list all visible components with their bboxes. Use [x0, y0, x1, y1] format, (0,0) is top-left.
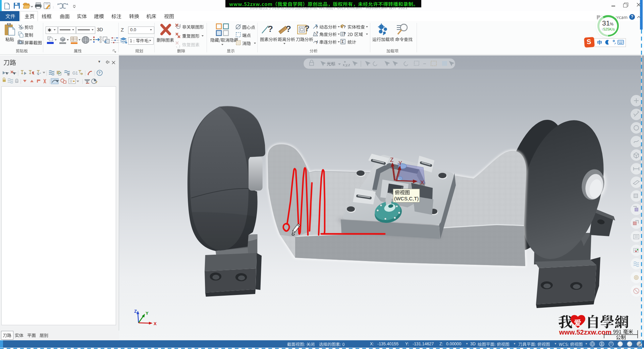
svg-text:Σ: Σ: [342, 40, 344, 44]
svg-text:Z: Z: [390, 157, 393, 163]
svg-text:(WCS,C,T): (WCS,C,T): [394, 196, 419, 201]
svg-text:?: ?: [268, 24, 273, 34]
svg-text:?: ?: [343, 25, 346, 29]
svg-text:X: X: [420, 180, 424, 186]
svg-text:?: ?: [286, 24, 291, 34]
svg-text:+: +: [344, 60, 346, 64]
svg-text:?: ?: [316, 25, 318, 29]
svg-text:Y: Y: [146, 311, 149, 316]
svg-text:Z: Z: [134, 309, 137, 314]
svg-text:?: ?: [98, 71, 101, 75]
svg-text:X: X: [154, 321, 157, 326]
svg-text:?: ?: [305, 24, 310, 33]
svg-text:www.52zxw.com: www.52zxw.com: [559, 329, 611, 336]
svg-text:?: ?: [316, 31, 318, 35]
svg-text:Y: Y: [398, 160, 402, 166]
svg-text:?: ?: [316, 41, 318, 45]
svg-text:G1: G1: [72, 71, 78, 76]
svg-text:?: ?: [343, 32, 346, 36]
